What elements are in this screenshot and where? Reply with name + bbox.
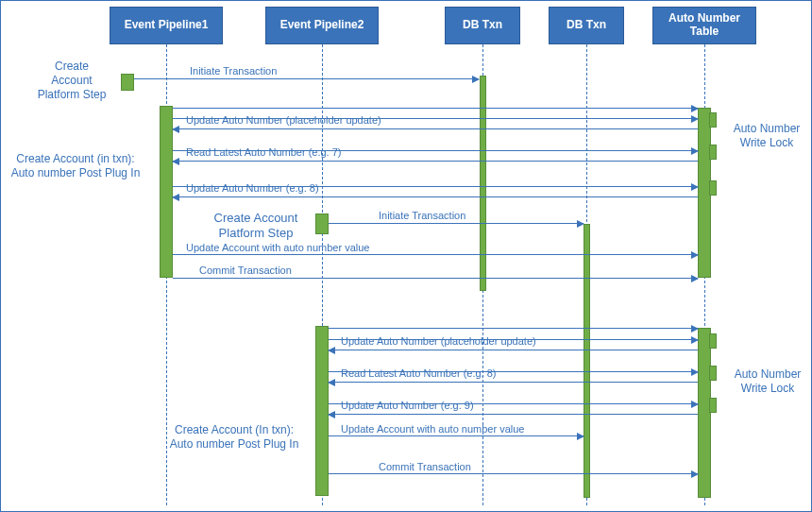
arrow-m4-l: [173, 196, 698, 197]
label-create-account-plugin-1: Create Account (in txn): Auto number Pos…: [5, 152, 146, 180]
participant-auto-number-table: Auto Number Table: [652, 7, 756, 44]
msg-m12: Commit Transaction: [379, 462, 471, 472]
activation-ant-lock2-t2: [709, 366, 717, 381]
participant-event-pipeline2: Event Pipeline2: [265, 7, 379, 44]
activation-ant-lock1-t1: [709, 112, 717, 128]
participant-db-txn-2: DB Txn: [549, 7, 624, 44]
msg-m3: Read Latest Auto Number (e.g. 7): [186, 147, 341, 158]
label-auto-number-write-lock-1: Auto Number Write Lock: [726, 122, 807, 150]
arrow-m2-l: [173, 128, 698, 129]
activation-ant-lock2-t1: [709, 333, 717, 349]
activation-db2: [584, 224, 590, 498]
activation-ep1-step: [121, 74, 134, 91]
activation-ant-lock2: [698, 328, 711, 498]
arrow-m12: [329, 473, 698, 474]
arrow-m9-l: [329, 382, 698, 383]
participant-event-pipeline1: Event Pipeline1: [110, 7, 223, 44]
activation-ant-lock2-t3: [709, 398, 717, 413]
arrow-initiate-txn-2: [329, 223, 584, 224]
sequence-diagram: Event Pipeline1 Event Pipeline2 DB Txn D…: [0, 0, 812, 512]
activation-ant-lock1-t2: [709, 145, 717, 160]
activation-ep1-plugin: [160, 106, 173, 278]
arrow-m10-l: [329, 414, 698, 415]
arrow-m7: [173, 278, 698, 279]
label-create-account-step-2: Create Account Platform Step: [199, 211, 313, 242]
label-create-account-plugin-2: Create Account (In txn): Auto number Pos…: [163, 423, 305, 452]
msg-m4: Update Auto Number (e.g. 8): [186, 183, 319, 194]
activation-ep2-plugin: [315, 326, 329, 496]
msg-m9: Read Latest Auto Number (e.g. 8): [341, 368, 496, 379]
arrow-ep2-to-ant-top: [329, 328, 698, 329]
arrow-m6: [173, 254, 698, 255]
arrow-ep1-to-ant-top: [173, 108, 698, 109]
msg-m11: Update Account with auto number value: [341, 424, 524, 435]
msg-m8: Update Auto Number (placeholder update): [341, 336, 536, 347]
arrow-m11: [329, 435, 584, 436]
activation-ant-lock1-t3: [709, 180, 717, 196]
label-create-account-step-1: Create Account Platform Step: [35, 60, 109, 102]
msg-m10: Update Auto Number (e.g. 9): [341, 401, 474, 411]
msg-initiate-txn-2: Initiate Transaction: [379, 211, 465, 221]
activation-ep2-step: [315, 213, 329, 234]
msg-m2: Update Auto Number (placeholder update): [186, 115, 381, 126]
arrow-m8-l: [329, 350, 698, 350]
participant-db-txn-1: DB Txn: [445, 7, 520, 44]
label-auto-number-write-lock-2: Auto Number Write Lock: [728, 367, 807, 396]
msg-initiate-txn-1: Initiate Transaction: [190, 66, 277, 77]
arrow-m3-l: [173, 161, 698, 162]
msg-m6: Update Account with auto number value: [186, 243, 369, 253]
arrow-initiate-txn-1: [134, 78, 479, 79]
msg-m7: Commit Transaction: [199, 265, 292, 276]
